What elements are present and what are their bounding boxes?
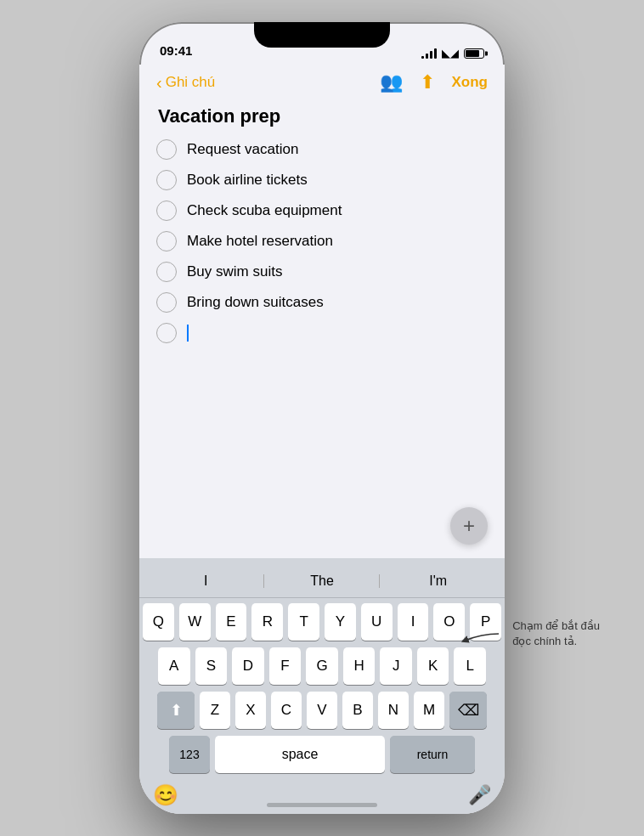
add-button[interactable]: + [450,507,488,545]
key-y[interactable]: Y [325,603,356,641]
checklist-item-5: Buy swim suits [156,262,488,282]
key-q[interactable]: Q [143,603,174,641]
collaborate-icon[interactable]: 👥 [380,71,403,93]
key-d[interactable]: D [232,647,264,685]
key-w[interactable]: W [179,603,211,641]
annotation-arrow [456,617,507,651]
space-key[interactable]: space [215,736,385,773]
key-u[interactable]: U [361,603,393,641]
key-i[interactable]: I [398,603,429,641]
checkbox-7[interactable] [156,323,177,343]
key-h[interactable]: H [343,647,376,685]
checklist-item-6: Bring down suitcases [156,292,488,313]
key-m[interactable]: M [414,692,444,729]
key-z[interactable]: Z [200,692,230,729]
key-j[interactable]: J [380,647,412,685]
return-key[interactable]: return [390,736,475,773]
key-x[interactable]: X [235,692,266,729]
nav-actions: 👥 ⬆ Xong [380,71,489,93]
key-g[interactable]: G [306,647,338,685]
phone-frame: 09:41 ◣◢ ‹ Ghi chú [139,22,505,814]
checklist-item-1: Request vacation [156,139,488,160]
key-f[interactable]: F [269,647,302,685]
nav-bar: ‹ Ghi chú 👥 ⬆ Xong [139,65,505,102]
wifi-icon: ◣◢ [442,47,459,59]
signal-icon [421,48,437,59]
back-button[interactable]: ‹ Ghi chú [156,74,215,91]
home-indicator [267,803,377,807]
screen: ‹ Ghi chú 👥 ⬆ Xong Vacation prep Request… [139,65,505,814]
shift-key[interactable]: ⬆ [157,692,195,729]
key-b[interactable]: B [342,692,373,729]
annotation: Chạm để bắt đầu đọc chính tả. [456,617,600,651]
item-text-6[interactable]: Bring down suitcases [187,294,324,311]
key-k[interactable]: K [417,647,449,685]
battery-icon [464,48,484,59]
item-text-3[interactable]: Check scuba equipment [187,202,342,219]
checkbox-3[interactable] [156,201,177,221]
checkbox-2[interactable] [156,170,177,190]
autocomplete-im[interactable]: I'm [380,570,496,592]
autocomplete-bar: I The I'm [139,565,505,598]
key-s[interactable]: S [195,647,228,685]
keyboard-bottom-row: 123 space return [139,736,505,773]
chevron-left-icon: ‹ [156,74,162,91]
item-text-2[interactable]: Book airline tickets [187,172,308,189]
numbers-key[interactable]: 123 [169,736,210,773]
keyboard-row-3: ⬆ Z X C V B N M ⌫ [139,692,505,729]
status-icons: ◣◢ [421,47,484,59]
keyboard-row-1: Q W E R T Y U I O P [139,603,505,641]
keyboard-bottom-bar: 😊 🎤 [139,780,505,814]
keyboard[interactable]: I The I'm Q W E R T Y U I O P [139,558,505,814]
checklist-item-3: Check scuba equipment [156,201,488,221]
note-content: Vacation prep Request vacation Book airl… [139,102,505,558]
key-r[interactable]: R [251,603,283,641]
autocomplete-i[interactable]: I [148,570,264,592]
note-title[interactable]: Vacation prep [158,105,488,127]
annotation-text: Chạm để bắt đầu đọc chính tả. [512,619,600,649]
key-c[interactable]: C [271,692,302,729]
key-t[interactable]: T [288,603,319,641]
key-e[interactable]: E [216,603,247,641]
key-a[interactable]: A [158,647,190,685]
plus-icon: + [463,514,475,538]
key-n[interactable]: N [378,692,409,729]
autocomplete-the[interactable]: The [264,570,381,592]
key-v[interactable]: V [307,692,337,729]
checkbox-5[interactable] [156,262,177,282]
microphone-button[interactable]: 🎤 [468,784,491,806]
item-text-4[interactable]: Make hotel reservation [187,233,333,250]
status-time: 09:41 [160,43,192,59]
checklist-item-2: Book airline tickets [156,170,488,190]
share-icon[interactable]: ⬆ [420,71,435,93]
checklist-item-7 [156,323,488,343]
checkbox-6[interactable] [156,292,177,313]
notch [254,22,390,48]
delete-key[interactable]: ⌫ [449,692,487,729]
checkbox-1[interactable] [156,139,177,160]
emoji-button[interactable]: 😊 [153,783,178,807]
back-label: Ghi chú [166,74,216,91]
key-l[interactable]: L [454,647,486,685]
done-button[interactable]: Xong [452,74,489,91]
checklist-item-4: Make hotel reservation [156,231,488,251]
item-text-1[interactable]: Request vacation [187,141,298,158]
text-cursor [187,325,189,342]
keyboard-row-2: A S D F G H J K L [139,647,505,685]
checkbox-4[interactable] [156,231,177,251]
item-text-5[interactable]: Buy swim suits [187,263,282,280]
